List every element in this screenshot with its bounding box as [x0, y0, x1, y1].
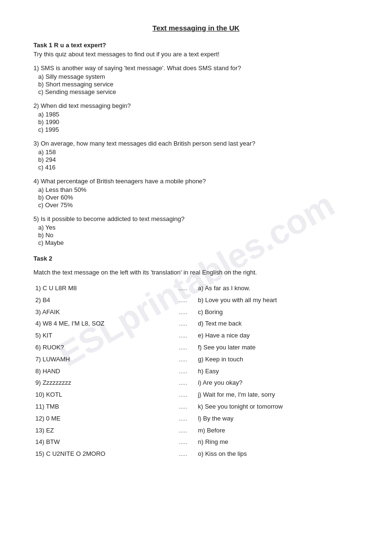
page-title: Text messaging in the UK — [33, 24, 359, 32]
match-dots: ..... — [170, 448, 196, 460]
question-1-option-c: c) Sending message service — [38, 88, 359, 95]
match-row: 4) W8 4 ME, I'M L8, SOZ.....d) Text me b… — [33, 318, 359, 330]
question-5-option-c: c) Maybe — [38, 239, 359, 246]
question-3-option-c: c) 416 — [38, 164, 359, 171]
match-left-item: 5) KIT — [33, 330, 170, 342]
question-5-option-a: a) Yes — [38, 224, 359, 231]
match-right-item: k) See you tonight or tomorrow — [196, 401, 359, 413]
match-dots: ..... — [170, 377, 196, 389]
question-1-option-b: b) Short messaging service — [38, 81, 359, 88]
question-1-text: 1) SMS is another way of saying 'text me… — [33, 64, 359, 72]
match-left-item: 6) RUOK? — [33, 342, 170, 354]
match-left-item: 4) W8 4 ME, I'M L8, SOZ — [33, 318, 170, 330]
question-5: 5) Is it possible to become addicted to … — [33, 215, 359, 246]
match-right-item: h) Easy — [196, 366, 359, 378]
match-row: 14) BTW.....n) Ring me — [33, 436, 359, 448]
match-left-item: 1) C U L8R M8 — [33, 283, 170, 295]
match-dots: ..... — [170, 306, 196, 318]
match-right-item: j) Wait for me, I'm late, sorry — [196, 389, 359, 401]
match-row: 15) C U2NITE O 2MORO.....o) Kiss on the … — [33, 448, 359, 460]
match-row: 9) Zzzzzzzzz.....i) Are you okay? — [33, 377, 359, 389]
match-left-item: 11) TMB — [33, 401, 170, 413]
match-left-item: 9) Zzzzzzzzz — [33, 377, 170, 389]
match-dots: ..... — [170, 330, 196, 342]
match-row: 13) EZ.....m) Before — [33, 425, 359, 437]
question-2-option-b: b) 1990 — [38, 118, 359, 126]
match-right-item: a) As far as I know. — [196, 283, 359, 295]
question-4-option-a: a) Less than 50% — [38, 186, 359, 193]
match-row: 2) B4.....b) Love you with all my heart — [33, 295, 359, 306]
question-3-option-a: a) 158 — [38, 148, 359, 156]
match-dots: ..... — [170, 401, 196, 413]
match-right-item: d) Text me back — [196, 318, 359, 330]
match-right-item: b) Love you with all my heart — [196, 295, 359, 306]
question-1: 1) SMS is another way of saying 'text me… — [33, 64, 359, 95]
question-4: 4) What percentage of British teenagers … — [33, 178, 359, 209]
match-table: 1) C U L8R M8.....a) As far as I know.2)… — [33, 283, 359, 460]
match-row: 12) 0 ME.....l) By the way — [33, 413, 359, 425]
question-1-option-a: a) Silly message system — [38, 73, 359, 80]
match-left-item: 14) BTW — [33, 436, 170, 448]
question-2-text: 2) When did text messaging begin? — [33, 102, 359, 109]
question-3-option-b: b) 294 — [38, 156, 359, 163]
match-right-item: o) Kiss on the lips — [196, 448, 359, 460]
match-row: 7) LUWAMH.....g) Keep in touch — [33, 354, 359, 366]
match-right-item: c) Boring — [196, 306, 359, 318]
task1-heading: Task 1 R u a text expert? — [33, 42, 359, 49]
match-row: 1) C U L8R M8.....a) As far as I know. — [33, 283, 359, 295]
task2-intro: Match the text message on the left with … — [33, 269, 359, 276]
question-4-option-b: b) Over 60% — [38, 194, 359, 201]
question-2-option-c: c) 1995 — [38, 126, 359, 133]
match-dots: ..... — [170, 354, 196, 366]
task2-heading: Task 2 — [33, 255, 359, 262]
task1-intro: Try this quiz about text messages to fin… — [33, 51, 359, 58]
question-4-option-c: c) Over 75% — [38, 201, 359, 209]
match-dots: ..... — [170, 342, 196, 354]
match-dots: ..... — [170, 283, 196, 295]
match-dots: ..... — [170, 436, 196, 448]
question-5-text: 5) Is it possible to become addicted to … — [33, 215, 359, 222]
question-4-text: 4) What percentage of British teenagers … — [33, 178, 359, 185]
match-row: 8) HAND.....h) Easy — [33, 366, 359, 378]
match-left-item: 3) AFAIK — [33, 306, 170, 318]
question-5-option-b: b) No — [38, 232, 359, 239]
match-row: 5) KIT.....e) Have a nice day — [33, 330, 359, 342]
match-left-item: 15) C U2NITE O 2MORO — [33, 448, 170, 460]
question-2-option-a: a) 1985 — [38, 111, 359, 118]
match-right-item: m) Before — [196, 425, 359, 437]
match-dots: ..... — [170, 318, 196, 330]
match-right-item: e) Have a nice day — [196, 330, 359, 342]
match-right-item: l) By the way — [196, 413, 359, 425]
match-row: 6) RUOK?.....f) See you later mate — [33, 342, 359, 354]
match-left-item: 10) KOTL — [33, 389, 170, 401]
question-3-text: 3) On average, how many text messages di… — [33, 140, 359, 147]
match-row: 10) KOTL.....j) Wait for me, I'm late, s… — [33, 389, 359, 401]
question-2: 2) When did text messaging begin? a) 198… — [33, 102, 359, 133]
match-left-item: 13) EZ — [33, 425, 170, 437]
match-dots: ..... — [170, 425, 196, 437]
match-left-item: 8) HAND — [33, 366, 170, 378]
match-dots: ..... — [170, 295, 196, 306]
question-3: 3) On average, how many text messages di… — [33, 140, 359, 171]
match-left-item: 12) 0 ME — [33, 413, 170, 425]
match-left-item: 2) B4 — [33, 295, 170, 306]
match-right-item: i) Are you okay? — [196, 377, 359, 389]
match-row: 3) AFAIK.....c) Boring — [33, 306, 359, 318]
match-left-item: 7) LUWAMH — [33, 354, 170, 366]
match-right-item: f) See you later mate — [196, 342, 359, 354]
match-dots: ..... — [170, 366, 196, 378]
match-dots: ..... — [170, 389, 196, 401]
match-row: 11) TMB.....k) See you tonight or tomorr… — [33, 401, 359, 413]
match-dots: ..... — [170, 413, 196, 425]
match-right-item: n) Ring me — [196, 436, 359, 448]
match-right-item: g) Keep in touch — [196, 354, 359, 366]
